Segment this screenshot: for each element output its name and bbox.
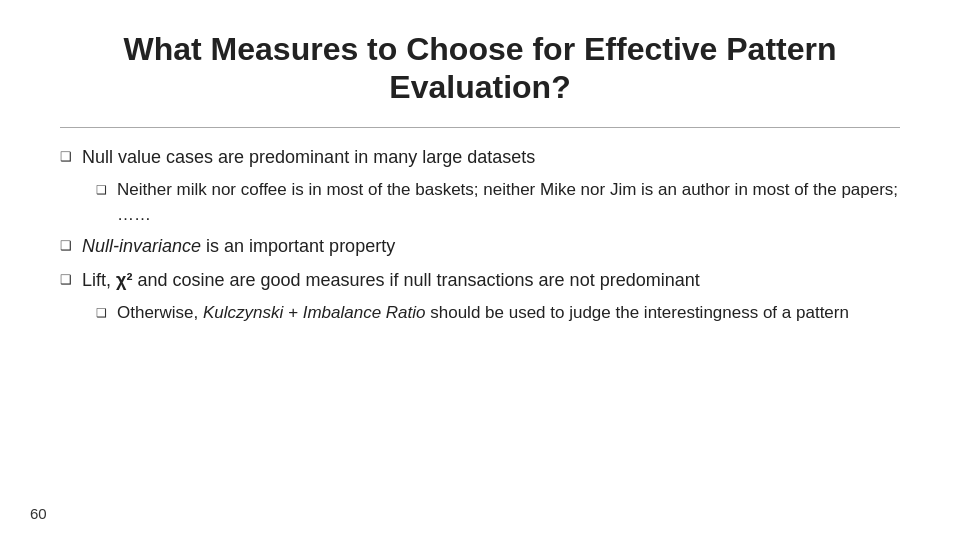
bullet-icon-3a: ❑ bbox=[96, 305, 107, 322]
bullet-text-1a: Neither milk nor coffee is in most of th… bbox=[117, 178, 900, 227]
title-area: What Measures to Choose for Effective Pa… bbox=[60, 30, 900, 107]
bullet-text-3: Lift, χ² and cosine are good measures if… bbox=[82, 267, 900, 293]
bullet-item-1a: ❑ Neither milk nor coffee is in most of … bbox=[96, 178, 900, 227]
bullet-item-1: ❑ Null value cases are predominant in ma… bbox=[60, 144, 900, 170]
title-line2: Evaluation? bbox=[389, 69, 570, 105]
bullet-icon-1a: ❑ bbox=[96, 182, 107, 199]
bullet-text-1: Null value cases are predominant in many… bbox=[82, 144, 900, 170]
bullet-item-2: ❑ Null-invariance is an important proper… bbox=[60, 233, 900, 259]
page-number: 60 bbox=[30, 505, 47, 522]
bullet-item-3: ❑ Lift, χ² and cosine are good measures … bbox=[60, 267, 900, 293]
title-line1: What Measures to Choose for Effective Pa… bbox=[123, 31, 836, 67]
content-area: ❑ Null value cases are predominant in ma… bbox=[60, 144, 900, 510]
bullet-item-3a: ❑ Otherwise, Kulczynski + Imbalance Rati… bbox=[96, 301, 900, 326]
bullet-text-2: Null-invariance is an important property bbox=[82, 233, 900, 259]
slide-title: What Measures to Choose for Effective Pa… bbox=[60, 30, 900, 107]
bullet-icon-3: ❑ bbox=[60, 271, 72, 290]
null-invariance-text: Null-invariance bbox=[82, 236, 201, 256]
bullet-icon-2: ❑ bbox=[60, 237, 72, 256]
bullet-text-2-suffix: is an important property bbox=[201, 236, 395, 256]
slide-container: What Measures to Choose for Effective Pa… bbox=[0, 0, 960, 540]
kulczynski-text: Kulczynski + Imbalance Ratio bbox=[203, 303, 426, 322]
bullet-icon-1: ❑ bbox=[60, 148, 72, 167]
chi-squared: χ² bbox=[116, 270, 132, 290]
title-divider bbox=[60, 127, 900, 128]
bullet-text-3a: Otherwise, Kulczynski + Imbalance Ratio … bbox=[117, 301, 900, 326]
